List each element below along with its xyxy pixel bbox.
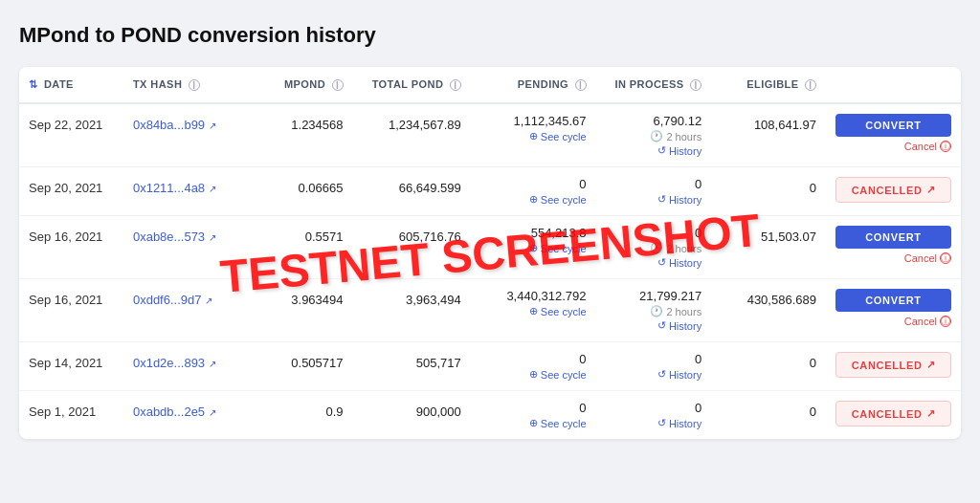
history-link[interactable]: ↺History xyxy=(606,144,702,157)
col-header-pending: PENDING i xyxy=(471,67,596,103)
cancelled-badge: CANCELLED ↗ xyxy=(835,401,951,426)
txhash-link[interactable]: 0x1d2e...893 xyxy=(133,356,205,370)
convert-button[interactable]: CONVERT xyxy=(835,226,951,249)
eligible-cell: 108,641.97 xyxy=(711,103,826,167)
txhash-cell[interactable]: 0x1211...4a8 ↗ xyxy=(123,167,259,216)
pending-value: 0 xyxy=(480,177,587,191)
history-icon: ↺ xyxy=(657,368,666,381)
txhash-cell[interactable]: 0x1d2e...893 ↗ xyxy=(123,342,259,391)
table-row: Sep 16, 20210xddf6...9d7 ↗3.9634943,963,… xyxy=(19,279,961,342)
col-header-date[interactable]: ⇅ DATE xyxy=(19,67,123,103)
cancel-button[interactable]: Cancel ⓘ xyxy=(835,141,951,152)
txhash-cell[interactable]: 0x84ba...b99 ↗ xyxy=(123,103,259,167)
action-cell: CANCELLED ↗ xyxy=(826,167,961,216)
totalpond-cell: 1,234,567.89 xyxy=(353,103,471,167)
date-cell: Sep 22, 2021 xyxy=(19,103,123,167)
time-info: 🕐2 hours xyxy=(606,242,702,254)
pending-cell: 0 ⊕ See cycle xyxy=(471,167,596,216)
conversion-history-table: TESTNET SCREENSHOT ⇅ DATE TX HASH i xyxy=(19,67,961,439)
sort-icon: ⇅ xyxy=(29,78,37,91)
history-link[interactable]: ↺History xyxy=(606,417,702,429)
date-cell: Sep 20, 2021 xyxy=(19,167,123,216)
eligible-cell: 0 xyxy=(711,167,826,216)
cycle-icon: ⊕ xyxy=(529,242,538,254)
table-header-row: ⇅ DATE TX HASH i MPond i TOTAL POND xyxy=(19,67,961,103)
pending-cell: 554,213.8 ⊕ See cycle xyxy=(471,216,596,279)
info-icon-txhash: i xyxy=(189,79,200,91)
mpond-cell: 1.234568 xyxy=(259,103,353,167)
totalpond-cell: 900,000 xyxy=(353,391,471,440)
history-icon: ↺ xyxy=(657,144,666,157)
see-cycle-link[interactable]: ⊕ See cycle xyxy=(480,193,587,206)
txhash-cell[interactable]: 0xddf6...9d7 ↗ xyxy=(123,279,259,342)
see-cycle-label: See cycle xyxy=(541,418,587,429)
page-title: MPond to POND conversion history xyxy=(19,23,961,48)
convert-button[interactable]: CONVERT xyxy=(835,114,951,137)
pending-value: 3,440,312.792 xyxy=(480,289,587,303)
see-cycle-link[interactable]: ⊕ See cycle xyxy=(480,305,587,317)
history-link[interactable]: ↺History xyxy=(606,193,702,206)
pending-value: 0 xyxy=(480,352,587,366)
cancel-label: Cancel xyxy=(904,316,937,327)
info-icon-totalpond: i xyxy=(450,79,461,91)
table-row: Sep 14, 20210x1d2e...893 ↗0.505717505,71… xyxy=(19,342,961,391)
history-icon: ↺ xyxy=(657,256,666,269)
external-link-icon: ↗ xyxy=(209,120,216,131)
cancelled-label: CANCELLED xyxy=(852,408,923,420)
table-row: Sep 16, 20210xab8e...573 ↗0.5571605,716.… xyxy=(19,216,961,279)
see-cycle-link[interactable]: ⊕ See cycle xyxy=(480,130,587,142)
cancelled-label: CANCELLED xyxy=(852,360,923,371)
txhash-cell[interactable]: 0xabdb...2e5 ↗ xyxy=(123,391,259,440)
see-cycle-label: See cycle xyxy=(541,306,587,317)
external-icon: ↗ xyxy=(926,184,936,196)
txhash-link[interactable]: 0xabdb...2e5 xyxy=(133,405,205,419)
see-cycle-label: See cycle xyxy=(541,243,587,254)
totalpond-cell: 66,649.599 xyxy=(353,167,471,216)
col-header-eligible: ELIGIBLE i xyxy=(711,67,826,103)
external-icon: ↗ xyxy=(926,407,936,420)
history-link[interactable]: ↺History xyxy=(606,368,702,381)
table-row: Sep 22, 20210x84ba...b99 ↗1.2345681,234,… xyxy=(19,103,961,167)
external-link-icon: ↗ xyxy=(209,232,216,243)
inprocess-cell: 6,790.12🕐2 hours↺History xyxy=(596,103,712,167)
cycle-icon: ⊕ xyxy=(529,368,538,381)
inprocess-value: 21,799.217 xyxy=(606,289,702,303)
see-cycle-link[interactable]: ⊕ See cycle xyxy=(480,242,587,254)
txhash-link[interactable]: 0x84ba...b99 xyxy=(133,118,205,132)
eligible-cell: 430,586.689 xyxy=(711,279,826,342)
txhash-link[interactable]: 0xddf6...9d7 xyxy=(133,293,202,307)
cancel-button[interactable]: Cancel ⓘ xyxy=(835,316,951,327)
see-cycle-link[interactable]: ⊕ See cycle xyxy=(480,417,587,429)
see-cycle-label: See cycle xyxy=(541,369,587,381)
pending-value: 1,112,345.67 xyxy=(480,114,587,128)
inprocess-value: 0 xyxy=(606,226,702,240)
info-icon-mpond: i xyxy=(332,79,344,91)
cycle-icon: ⊕ xyxy=(529,305,538,317)
see-cycle-label: See cycle xyxy=(541,194,587,206)
cancel-icon: ⓘ xyxy=(940,316,951,327)
cycle-icon: ⊕ xyxy=(529,193,538,206)
action-cell: CANCELLED ↗ xyxy=(826,391,961,440)
inprocess-cell: 21,799.217🕐2 hours↺History xyxy=(596,279,712,342)
totalpond-cell: 505,717 xyxy=(353,342,471,391)
time-info: 🕐2 hours xyxy=(606,305,702,317)
table-row: Sep 20, 20210x1211...4a8 ↗0.0666566,649.… xyxy=(19,167,961,216)
info-icon-inprocess: i xyxy=(690,79,702,91)
inprocess-cell: 0↺History xyxy=(596,391,712,440)
txhash-link[interactable]: 0xab8e...573 xyxy=(133,230,205,244)
history-link[interactable]: ↺History xyxy=(606,256,702,269)
inprocess-value: 0 xyxy=(606,177,702,191)
cancel-button[interactable]: Cancel ⓘ xyxy=(835,252,951,264)
totalpond-cell: 3,963,494 xyxy=(353,279,471,342)
txhash-link[interactable]: 0x1211...4a8 xyxy=(133,181,205,195)
convert-button[interactable]: CONVERT xyxy=(835,289,951,312)
external-link-icon: ↗ xyxy=(209,184,216,194)
inprocess-value: 6,790.12 xyxy=(606,114,702,128)
see-cycle-link[interactable]: ⊕ See cycle xyxy=(480,368,587,381)
history-icon: ↺ xyxy=(657,417,666,429)
pending-value: 554,213.8 xyxy=(480,226,587,240)
history-link[interactable]: ↺History xyxy=(606,319,702,332)
history-icon: ↺ xyxy=(657,319,666,332)
txhash-cell[interactable]: 0xab8e...573 ↗ xyxy=(123,216,259,279)
date-cell: Sep 1, 2021 xyxy=(19,391,123,440)
